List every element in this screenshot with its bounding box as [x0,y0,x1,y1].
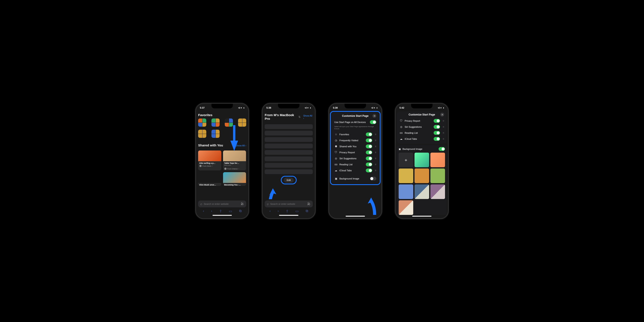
home-indicator[interactable] [279,215,298,216]
drag-handle-icon[interactable]: ≡ [375,163,376,166]
shield-icon: ⛉ [334,151,338,154]
list-item[interactable] [265,124,313,129]
sync-hint: Safari will sync your Start Page appeara… [334,125,376,132]
edit-button[interactable]: Edit [284,178,294,183]
list-item[interactable] [265,137,313,142]
drag-handle-icon[interactable]: ≡ [443,125,444,128]
toggle-siri[interactable] [434,125,440,129]
customize-sheet[interactable]: Customize Start Page ✕ Use Start Page on… [329,110,382,215]
card-from-row[interactable]: From Devin› [198,164,221,168]
background-image-section: ▣ Background Image ＋ [397,145,447,215]
annotation-arrow-curved [367,196,377,215]
drag-handle-icon[interactable]: ≡ [443,138,444,140]
setting-siri-suggestions: ◎ Siri Suggestions ≡ [334,156,376,162]
drag-handle-icon[interactable]: ≡ [375,133,376,136]
customize-sheet[interactable]: Customize Start Page ✕ ⛉ Privacy Report … [396,110,448,215]
close-icon[interactable]: ✕ [372,114,376,118]
shared-card[interactable]: Kite surfing a p… From Devin› [198,150,221,170]
list-item[interactable] [265,156,313,161]
card-from-row[interactable]: From Chance› [223,167,246,170]
background-tile[interactable] [430,153,445,167]
drag-handle-icon[interactable]: ≡ [443,132,444,134]
drag-handle-icon[interactable]: ≡ [375,169,376,172]
tabs-icon[interactable]: ⧉ [306,209,308,213]
favorite-folder[interactable] [212,130,220,138]
favorite-folder[interactable] [212,118,220,127]
toggle-use-all-devices[interactable] [370,120,376,124]
shared-card[interactable]: Elon Musk unve… [198,172,221,186]
drag-handle-icon[interactable]: ≡ [375,157,376,160]
toggle-frequent[interactable] [366,138,372,142]
search-input[interactable] [204,203,239,205]
forward-icon[interactable]: › [278,209,279,213]
back-icon[interactable]: ‹ [270,209,270,213]
toggle-background[interactable] [438,147,445,151]
home-indicator[interactable] [346,216,365,216]
home-indicator[interactable] [412,216,432,216]
address-bar[interactable]: ⌕ 🎤︎ [198,200,246,207]
notch [411,104,432,108]
background-tile[interactable] [399,168,413,183]
tabs-icon[interactable]: ⧉ [239,209,242,213]
toggle-icloud[interactable] [434,137,440,141]
background-tile[interactable] [399,200,413,215]
shared-card[interactable]: Table Tops for… ikea.com From Chance› [223,150,246,170]
shared-card[interactable]: Becoming You -… [223,172,246,186]
toggle-reading[interactable] [366,162,372,166]
back-icon[interactable]: ‹ [203,209,204,213]
list-item[interactable] [265,131,313,136]
toggle-reading[interactable] [434,131,440,135]
background-tile[interactable] [414,153,429,167]
toggle-icloud[interactable] [366,168,372,172]
start-page-content[interactable]: Favorites Shared with You Show All › Kit… [196,110,248,199]
list-item[interactable] [265,150,313,155]
share-icon[interactable]: ⇧ [286,209,288,213]
toggle-shared[interactable] [366,144,372,148]
toggle-siri[interactable] [366,156,372,160]
toggle-privacy[interactable] [434,119,440,123]
background-tile[interactable] [430,168,445,183]
drag-handle-icon[interactable]: ≡ [443,119,444,122]
drag-handle-icon[interactable]: ≡ [375,139,376,142]
show-all-link[interactable]: Show All › [303,114,313,120]
sort-icon[interactable]: ⇅ [298,116,300,118]
share-icon[interactable]: ⇧ [219,209,222,213]
show-all-link[interactable]: Show All › [236,144,246,147]
card-subtitle: ikea.com [223,164,246,167]
bookmarks-icon[interactable]: ▭ [229,209,232,213]
background-tile[interactable] [399,184,413,199]
favorite-folder[interactable] [198,118,206,127]
notch [212,104,233,108]
add-background-tile[interactable]: ＋ [399,153,413,167]
notch [278,104,300,108]
close-icon[interactable]: ✕ [440,113,444,116]
background-tile[interactable] [414,168,429,183]
card-title: Elon Musk unve… [198,183,221,186]
forward-icon[interactable]: › [211,209,212,213]
mic-icon[interactable]: 🎤︎ [241,202,244,206]
start-page-content[interactable]: From M's MacBook Pro ⇅ Show All › Edit [262,110,315,199]
favorite-folder[interactable] [198,130,206,138]
mic-icon[interactable]: 🎤︎ [307,202,310,206]
drag-handle-icon[interactable]: ≡ [375,145,376,148]
home-indicator[interactable] [212,215,232,216]
toggle-background[interactable] [370,177,376,180]
background-tile[interactable] [430,184,445,199]
card-thumbnail [223,172,246,183]
search-input[interactable] [270,203,306,205]
search-icon: ⌕ [200,202,202,206]
shield-icon: ⛉ [400,119,403,122]
drag-handle-icon[interactable]: ≡ [375,151,376,154]
favorite-folder[interactable] [225,118,233,127]
list-item[interactable] [265,144,313,148]
favorite-folder[interactable] [238,118,246,127]
list-item[interactable] [265,169,313,174]
status-time: 5:42 [400,106,404,109]
address-bar[interactable]: ⌕ 🎤︎ [265,200,313,207]
list-item[interactable] [265,163,313,168]
toggle-privacy[interactable] [366,150,372,154]
bookmarks-icon[interactable]: ▭ [296,209,298,213]
card-title: Becoming You -… [223,183,246,186]
background-tile[interactable] [414,184,429,199]
toggle-favorites[interactable] [366,132,372,136]
